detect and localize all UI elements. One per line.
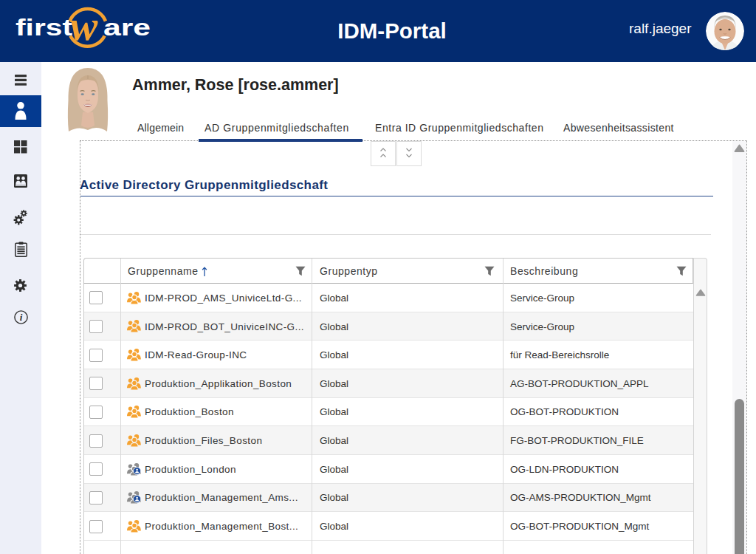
svg-text:are: are [103, 15, 151, 41]
svg-text:first: first [16, 15, 72, 41]
svg-text:i: i [20, 312, 23, 323]
svg-text:w: w [70, 3, 98, 49]
